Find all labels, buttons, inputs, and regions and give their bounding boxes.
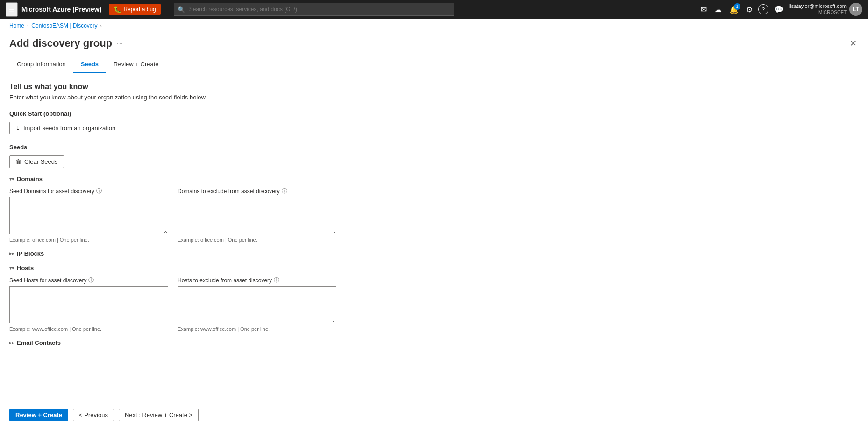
close-button[interactable]: ✕: [848, 36, 859, 50]
domains-collapse-icon: ▾: [9, 176, 14, 182]
seed-domains-textarea[interactable]: [9, 197, 168, 234]
seed-hosts-textarea[interactable]: [9, 286, 168, 323]
exclude-domains-info-icon[interactable]: ⓘ: [282, 187, 287, 195]
clear-seeds-label: Clear Seeds: [24, 158, 58, 165]
exclude-domains-textarea[interactable]: [178, 197, 336, 234]
hosts-header[interactable]: ▾ Hosts: [9, 265, 859, 272]
cloud-upload-icon-button[interactable]: ☁: [712, 3, 724, 16]
page-more-icon[interactable]: ···: [117, 39, 123, 48]
seed-hosts-group: Seed Hosts for asset discovery ⓘ Example…: [9, 276, 168, 332]
breadcrumb: Home › ContosoEASM | Discovery ›: [0, 19, 868, 33]
email-contacts-header[interactable]: ▸ Email Contacts: [9, 339, 859, 346]
tab-group-information[interactable]: Group Information: [9, 56, 73, 73]
seed-hosts-hint: Example: www.office.com | One per line.: [9, 326, 168, 332]
ip-blocks-collapse-icon: ▸: [9, 251, 14, 256]
nav-right-controls: ✉ ☁ 🔔 1 ⚙ ? 💬 lisataylor@microsoft.com M…: [699, 3, 862, 16]
main-content: Tell us what you know Enter what you kno…: [0, 73, 868, 403]
import-seeds-label: Import seeds from an organization: [23, 125, 115, 132]
email-contacts-collapse-icon: ▸: [9, 340, 14, 345]
review-create-label: Review + Create: [15, 412, 62, 419]
clear-seeds-button[interactable]: 🗑 Clear Seeds: [9, 155, 64, 168]
seeds-heading: Tell us what you know: [9, 83, 859, 91]
seed-domains-label: Seed Domains for asset discovery ⓘ: [9, 187, 168, 195]
hosts-collapse-icon: ▾: [9, 266, 14, 271]
user-org: MICROSOFT: [789, 10, 847, 15]
exclude-domains-label: Domains to exclude from asset discovery …: [178, 187, 336, 195]
breadcrumb-sep-2: ›: [100, 23, 102, 28]
domains-label: Domains: [17, 175, 43, 182]
exclude-hosts-label: Hosts to exclude from asset discovery ⓘ: [178, 276, 336, 284]
email-contacts-section: ▸ Email Contacts: [9, 339, 859, 346]
domains-header[interactable]: ▾ Domains: [9, 175, 859, 182]
tab-review-create[interactable]: Review + Create: [106, 56, 166, 73]
notification-badge: 1: [734, 3, 740, 10]
seed-hosts-label: Seed Hosts for asset discovery ⓘ: [9, 276, 168, 284]
trash-icon: 🗑: [15, 158, 21, 165]
user-info: lisataylor@microsoft.com MICROSOFT: [789, 3, 847, 15]
review-create-button[interactable]: Review + Create: [9, 409, 68, 421]
quick-start-label: Quick Start (optional): [9, 110, 859, 117]
ip-blocks-header[interactable]: ▸ IP Blocks: [9, 250, 859, 257]
search-bar: 🔍: [174, 3, 454, 16]
exclude-hosts-group: Hosts to exclude from asset discovery ⓘ …: [178, 276, 336, 332]
quick-start-section: Quick Start (optional) ↧ Import seeds fr…: [9, 110, 859, 134]
hosts-section: ▾ Hosts Seed Hosts for asset discovery ⓘ…: [9, 265, 859, 332]
app-title: Microsoft Azure (Preview): [21, 6, 101, 13]
footer: Review + Create < Previous Next : Review…: [0, 403, 868, 427]
breadcrumb-home[interactable]: Home: [9, 22, 24, 29]
seed-domains-hint: Example: office.com | One per line.: [9, 237, 168, 243]
previous-label: < Previous: [79, 412, 108, 419]
top-navbar: Microsoft Azure (Preview) 🐛 Report a bug…: [0, 0, 868, 19]
seeds-section: Seeds 🗑 Clear Seeds: [9, 144, 859, 168]
tab-bar: Group Information Seeds Review + Create: [0, 56, 868, 73]
breadcrumb-sep-1: ›: [27, 23, 28, 28]
user-avatar: LT: [849, 3, 862, 16]
seed-domains-info-icon[interactable]: ⓘ: [96, 187, 102, 195]
close-icon: ✕: [850, 39, 857, 48]
help-icon-button[interactable]: ?: [758, 4, 768, 14]
import-icon: ↧: [15, 125, 21, 132]
ip-blocks-section: ▸ IP Blocks: [9, 250, 859, 257]
ip-blocks-label: IP Blocks: [17, 250, 44, 257]
hamburger-menu-button[interactable]: [6, 2, 18, 17]
report-bug-label: Report a bug: [123, 6, 156, 13]
breadcrumb-workspace[interactable]: ContosoEASM | Discovery: [31, 22, 97, 29]
settings-icon-button[interactable]: ⚙: [744, 3, 754, 16]
feedback-icon-button[interactable]: 💬: [772, 3, 785, 16]
exclude-domains-group: Domains to exclude from asset discovery …: [178, 187, 336, 243]
hamburger-icon: [8, 6, 15, 14]
user-profile[interactable]: lisataylor@microsoft.com MICROSOFT LT: [789, 3, 862, 16]
page-title: Add discovery group: [9, 37, 112, 49]
domains-section: ▾ Domains Seed Domains for asset discove…: [9, 175, 859, 243]
email-contacts-label: Email Contacts: [17, 339, 61, 346]
exclude-hosts-hint: Example: www.office.com | One per line.: [178, 326, 336, 332]
seed-domains-group: Seed Domains for asset discovery ⓘ Examp…: [9, 187, 168, 243]
import-seeds-button[interactable]: ↧ Import seeds from an organization: [9, 122, 121, 134]
bug-icon: 🐛: [114, 6, 121, 13]
exclude-hosts-info-icon[interactable]: ⓘ: [274, 276, 279, 284]
seeds-description: Enter what you know about your organizat…: [9, 94, 859, 101]
domains-fields: Seed Domains for asset discovery ⓘ Examp…: [9, 187, 859, 243]
mail-icon-button[interactable]: ✉: [699, 3, 709, 16]
hosts-label: Hosts: [17, 265, 34, 272]
search-icon: 🔍: [178, 6, 185, 13]
page-header: Add discovery group ··· ✕: [0, 33, 868, 56]
user-email: lisataylor@microsoft.com: [789, 3, 847, 9]
notifications-icon-button[interactable]: 🔔 1: [727, 3, 740, 16]
seeds-label: Seeds: [9, 144, 859, 151]
hosts-fields: Seed Hosts for asset discovery ⓘ Example…: [9, 276, 859, 332]
tab-seeds[interactable]: Seeds: [73, 56, 106, 73]
report-bug-button[interactable]: 🐛 Report a bug: [109, 4, 160, 15]
exclude-hosts-textarea[interactable]: [178, 286, 336, 323]
previous-button[interactable]: < Previous: [73, 409, 114, 421]
exclude-domains-hint: Example: office.com | One per line.: [178, 237, 336, 243]
next-label: Next : Review + Create >: [125, 412, 192, 419]
seed-hosts-info-icon[interactable]: ⓘ: [88, 276, 94, 284]
next-button[interactable]: Next : Review + Create >: [119, 409, 199, 421]
search-input[interactable]: [174, 3, 454, 16]
